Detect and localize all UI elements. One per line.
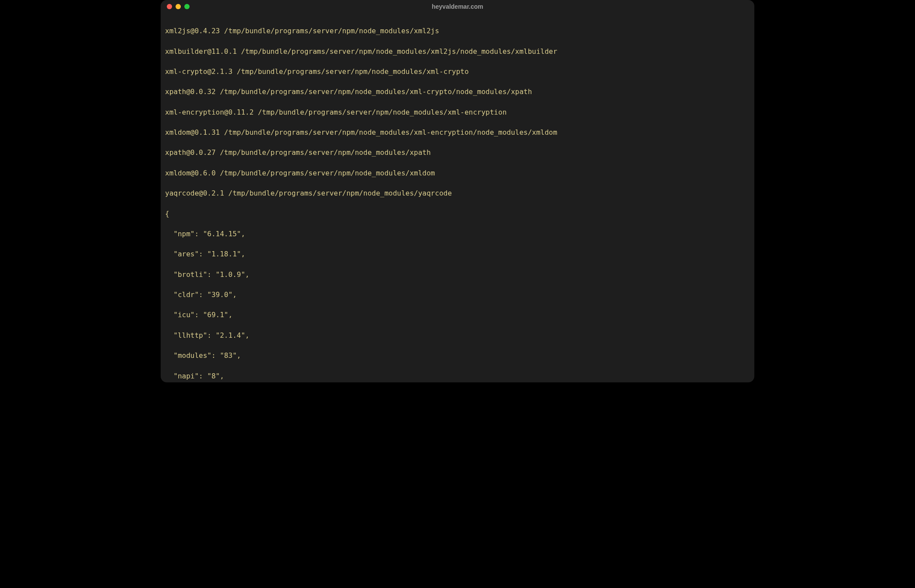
maximize-icon[interactable] [184, 4, 190, 9]
titlebar: heyvaldemar.com [161, 0, 754, 13]
window-controls [167, 4, 190, 9]
output-line: xml-encryption@0.11.2 /tmp/bundle/progra… [165, 107, 750, 117]
output-line: "npm": "6.14.15", [165, 229, 750, 239]
output-line: "napi": "8", [165, 371, 750, 381]
output-line: xml-crypto@2.1.3 /tmp/bundle/programs/se… [165, 66, 750, 77]
output-line: xmldom@0.1.31 /tmp/bundle/programs/serve… [165, 127, 750, 137]
output-line: "ares": "1.18.1", [165, 249, 750, 259]
output-line: xpath@0.0.27 /tmp/bundle/programs/server… [165, 147, 750, 158]
terminal-window: heyvaldemar.com xml2js@0.4.23 /tmp/bundl… [161, 0, 754, 382]
output-line: "cldr": "39.0", [165, 290, 750, 300]
output-line: xpath@0.0.32 /tmp/bundle/programs/server… [165, 87, 750, 97]
output-line: "brotli": "1.0.9", [165, 270, 750, 280]
close-icon[interactable] [167, 4, 172, 9]
minimize-icon[interactable] [176, 4, 181, 9]
output-line: { [165, 209, 750, 219]
output-line: "modules": "83", [165, 350, 750, 360]
window-title: heyvaldemar.com [161, 2, 754, 11]
output-line: xmlbuilder@11.0.1 /tmp/bundle/programs/s… [165, 46, 750, 56]
output-line: xmldom@0.6.0 /tmp/bundle/programs/server… [165, 168, 750, 178]
output-line: xml2js@0.4.23 /tmp/bundle/programs/serve… [165, 26, 750, 36]
output-line: "icu": "69.1", [165, 310, 750, 320]
terminal-body[interactable]: xml2js@0.4.23 /tmp/bundle/programs/serve… [161, 13, 754, 382]
output-line: yaqrcode@0.2.1 /tmp/bundle/programs/serv… [165, 188, 750, 198]
output-line: "llhttp": "2.1.4", [165, 330, 750, 340]
